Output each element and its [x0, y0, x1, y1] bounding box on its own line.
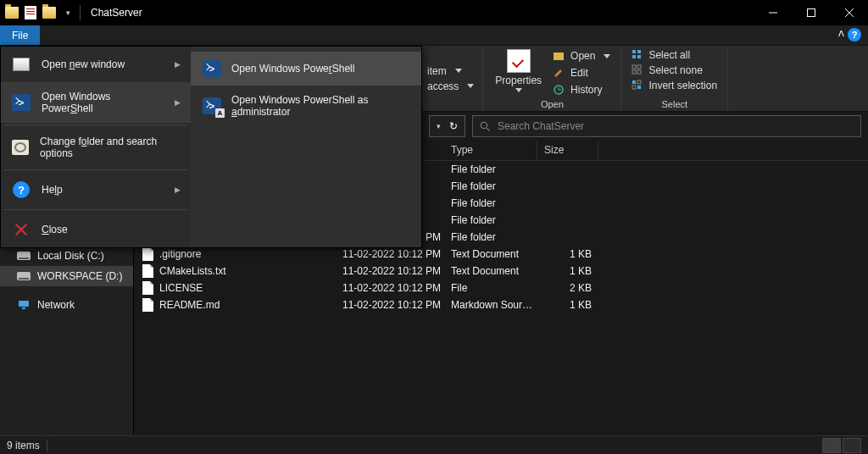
powershell-icon: A — [203, 97, 221, 114]
folder-icon — [41, 4, 58, 21]
file-row[interactable]: .gitignore11-02-2022 10:12 PMText Docume… — [134, 246, 868, 263]
collapse-ribbon-icon[interactable]: ᐱ — [838, 29, 844, 38]
file-name: .gitignore — [159, 248, 201, 260]
svg-rect-8 — [632, 55, 636, 58]
powershell-icon — [203, 60, 221, 77]
file-menu: Open new window▶Open Windows PowerShell▶… — [0, 46, 422, 248]
svg-rect-12 — [632, 70, 636, 74]
column-size[interactable]: Size — [537, 141, 598, 160]
file-type: Text Document — [444, 265, 537, 277]
menu-separator — [4, 169, 187, 170]
address-bar[interactable]: ▾ ↻ — [429, 115, 465, 137]
svg-rect-6 — [632, 50, 636, 53]
file-icon — [141, 281, 154, 295]
file-date: 11-02-2022 10:12 PM — [336, 299, 444, 311]
sidebar-item[interactable]: WORKSPACE (D:) — [0, 266, 133, 286]
explorer-window: ▾ ChatServer File ᐱ ? item access Proper… — [0, 0, 868, 454]
invert-selection-button[interactable]: Invert selection — [628, 78, 721, 93]
file-date: 11-02-2022 10:12 PM — [336, 265, 444, 277]
svg-line-19 — [487, 128, 489, 130]
file-date: 11-02-2022 10:12 PM — [336, 248, 444, 260]
minimize-button[interactable] — [754, 0, 792, 25]
easy-access-dropdown[interactable]: access — [424, 79, 477, 94]
svg-rect-15 — [637, 80, 641, 84]
file-menu-item[interactable]: Open new window▶ — [1, 47, 191, 82]
file-size: 1 KB — [537, 265, 598, 277]
new-item-dropdown[interactable]: item — [424, 64, 477, 79]
disk-icon — [17, 249, 31, 263]
svg-rect-13 — [637, 70, 641, 74]
history-icon — [552, 83, 565, 97]
edit-icon — [552, 66, 565, 80]
file-type: File — [444, 282, 537, 294]
chevron-down-icon — [515, 88, 522, 92]
file-menu-item[interactable]: Close — [1, 212, 191, 247]
open-dropdown[interactable]: Open — [548, 47, 614, 64]
refresh-icon[interactable]: ↻ — [449, 120, 458, 132]
file-submenu-item[interactable]: Open Windows PowerShell — [191, 52, 421, 86]
svg-rect-10 — [632, 65, 636, 69]
qat-overflow-icon[interactable]: ▾ — [59, 4, 76, 21]
select-all-button[interactable]: Select all — [628, 47, 721, 63]
menu-item-label: Open Windows PowerShell — [42, 91, 164, 114]
item-count: 9 items — [7, 440, 40, 451]
sidebar-item[interactable]: Local Disk (C:) — [0, 246, 133, 266]
help-icon: ? — [11, 180, 31, 199]
properties-button[interactable]: Properties — [490, 47, 547, 99]
file-menu-item[interactable]: ?Help▶ — [1, 172, 191, 208]
file-name: CMakeLists.txt — [159, 265, 226, 277]
file-type: File folder — [444, 197, 537, 209]
file-tab[interactable]: File — [0, 25, 40, 45]
open-icon — [552, 49, 565, 63]
chevron-down-icon[interactable]: ▾ — [437, 122, 441, 130]
svg-rect-16 — [632, 86, 636, 89]
window-title: ChatServer — [84, 7, 142, 19]
file-row[interactable]: CMakeLists.txt11-02-2022 10:12 PMText Do… — [134, 263, 868, 280]
window-icon — [11, 55, 31, 74]
svg-rect-17 — [637, 86, 641, 89]
file-icon — [141, 247, 154, 261]
menu-separator — [4, 209, 187, 210]
menu-separator — [4, 125, 187, 125]
menu-item-label: Open Windows PowerShell — [231, 63, 354, 75]
folder-icon — [3, 4, 20, 21]
menu-item-label: Open new window — [42, 58, 125, 70]
select-none-icon — [632, 64, 643, 76]
submenu-arrow-icon: ▶ — [175, 98, 181, 107]
file-type: Text Document — [444, 248, 537, 260]
search-input[interactable]: Search ChatServer — [472, 115, 861, 137]
svg-rect-30 — [22, 307, 25, 309]
details-view-button[interactable] — [822, 438, 841, 453]
file-type: File folder — [444, 163, 537, 175]
menu-item-label: Change folder and search options — [40, 136, 181, 159]
file-type: File folder — [444, 214, 537, 226]
close-button[interactable] — [830, 0, 868, 25]
file-row[interactable]: README.md11-02-2022 10:12 PMMarkdown Sou… — [134, 296, 868, 313]
disk-icon — [17, 269, 31, 283]
file-type: File folder — [444, 231, 537, 243]
file-date: 11-02-2022 10:12 PM — [336, 282, 444, 294]
file-menu-item[interactable]: Open Windows PowerShell▶ — [1, 82, 191, 123]
file-row[interactable]: LICENSE11-02-2022 10:12 PMFile2 KB — [134, 280, 868, 296]
invert-selection-icon — [632, 80, 643, 91]
file-size: 2 KB — [537, 282, 598, 294]
column-type[interactable]: Type — [444, 141, 537, 160]
svg-rect-1 — [807, 9, 815, 17]
maximize-button[interactable] — [792, 0, 830, 25]
svg-rect-7 — [637, 50, 641, 53]
svg-rect-4 — [554, 53, 564, 60]
svg-rect-29 — [19, 301, 29, 307]
search-placeholder: Search ChatServer — [498, 120, 584, 132]
file-menu-item[interactable]: Change folder and search options — [1, 127, 191, 168]
help-icon[interactable]: ? — [848, 28, 861, 42]
file-submenu-item[interactable]: AOpen Windows PowerShell as administrato… — [191, 86, 421, 126]
chevron-down-icon — [455, 69, 462, 73]
sidebar-item-label: Network — [37, 299, 75, 311]
thumbnails-view-button[interactable] — [843, 438, 861, 453]
submenu-arrow-icon: ▶ — [175, 60, 181, 69]
edit-button[interactable]: Edit — [548, 64, 614, 81]
sidebar-item-network[interactable]: Network — [0, 295, 133, 315]
select-none-button[interactable]: Select none — [628, 63, 721, 78]
history-button[interactable]: History — [548, 81, 614, 98]
file-size: 1 KB — [537, 299, 598, 311]
